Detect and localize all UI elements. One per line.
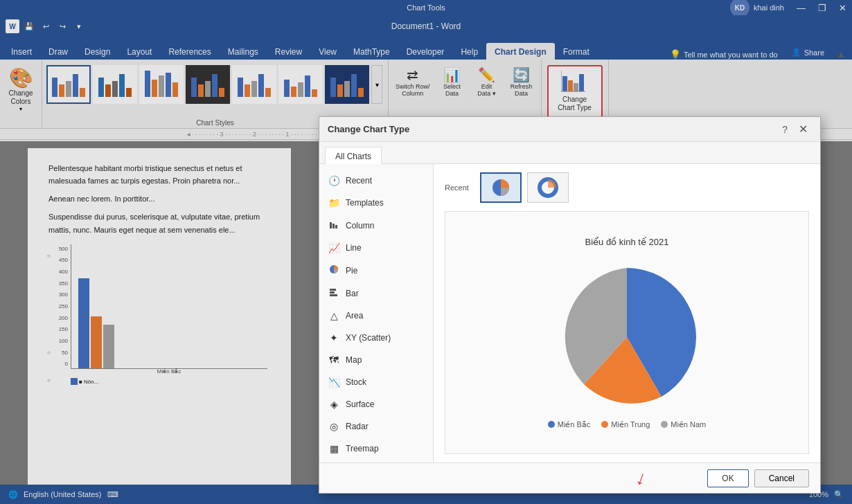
legend-mien-nam: Miền Nam bbox=[661, 420, 706, 429]
surface-icon: ◈ bbox=[328, 399, 340, 410]
sidebar-templates[interactable]: 📁 Templates bbox=[319, 192, 433, 214]
legend-mien-bac: Miền Bắc bbox=[548, 420, 591, 429]
cancel-button[interactable]: Cancel bbox=[754, 469, 809, 487]
svg-rect-42 bbox=[332, 224, 335, 228]
dialog-content-area: Recent Biểu đồ bbox=[434, 164, 820, 462]
recent-chip-2[interactable] bbox=[527, 172, 569, 203]
change-chart-type-dialog: Change Chart Type ? ✕ All Charts 🕐 Recen… bbox=[319, 116, 821, 494]
legend-label-mien-bac: Miền Bắc bbox=[558, 420, 591, 429]
sidebar-stock-label: Stock bbox=[346, 377, 366, 387]
recent-row: Recent bbox=[445, 172, 809, 203]
sidebar-recent[interactable]: 🕐 Recent bbox=[319, 170, 433, 192]
sidebar-column[interactable]: Column bbox=[319, 214, 433, 237]
sidebar-line-label: Line bbox=[346, 243, 362, 253]
sidebar-scatter-label: XY (Scatter) bbox=[346, 333, 391, 343]
column-icon bbox=[328, 219, 340, 231]
preview-chart-title: Biểu đồ kinh tế 2021 bbox=[585, 237, 669, 247]
sidebar-pie[interactable]: Pie bbox=[319, 259, 433, 282]
dialog-tabs: All Charts bbox=[319, 142, 820, 164]
chart-preview-area: Biểu đồ kinh tế 2021 Miền bbox=[445, 211, 809, 454]
legend-label-mien-trung: Miền Trung bbox=[611, 420, 650, 429]
recent-row-label: Recent bbox=[445, 183, 469, 192]
area-icon: △ bbox=[328, 310, 340, 321]
svg-rect-47 bbox=[330, 294, 337, 296]
map-icon: 🗺 bbox=[328, 354, 340, 366]
sidebar-templates-label: Templates bbox=[346, 198, 384, 208]
sidebar-line[interactable]: 📈 Line bbox=[319, 237, 433, 259]
recent-icon: 🕐 bbox=[328, 175, 340, 186]
preview-pie-chart bbox=[551, 261, 703, 413]
sidebar-bar-label: Bar bbox=[346, 289, 359, 298]
sidebar-treemap-label: Treemap bbox=[346, 444, 379, 453]
sidebar-map-label: Map bbox=[346, 355, 362, 365]
dialog-title-bar: Change Chart Type ? ✕ bbox=[319, 117, 820, 142]
sidebar-radar[interactable]: ◎ Radar bbox=[319, 415, 433, 438]
dialog-title-text: Change Chart Type bbox=[328, 124, 409, 134]
legend-dot-mien-trung bbox=[601, 421, 608, 428]
pie-icon bbox=[328, 264, 340, 276]
ok-arrow-indicator: ↓ bbox=[633, 466, 650, 490]
sidebar-area-label: Area bbox=[346, 311, 363, 321]
dialog-close-button[interactable]: ✕ bbox=[795, 121, 812, 137]
legend-dot-mien-bac bbox=[548, 421, 555, 428]
recent-donut-icon bbox=[534, 177, 562, 199]
dialog-body: 🕐 Recent 📁 Templates Column 📈 Line bbox=[319, 164, 820, 462]
sidebar-radar-label: Radar bbox=[346, 422, 369, 431]
sidebar-area[interactable]: △ Area bbox=[319, 305, 433, 327]
legend-mien-trung: Miền Trung bbox=[601, 420, 650, 429]
recent-pie-icon bbox=[487, 177, 515, 199]
arrow-container: ↓ bbox=[330, 467, 702, 489]
ok-button[interactable]: OK bbox=[707, 469, 748, 487]
stock-icon: 📉 bbox=[328, 377, 340, 388]
sidebar-column-label: Column bbox=[346, 221, 374, 231]
pie-preview-container: Biểu đồ kinh tế 2021 Miền bbox=[548, 237, 707, 429]
sidebar-map[interactable]: 🗺 Map bbox=[319, 349, 433, 371]
dialog-help-button[interactable]: ? bbox=[778, 123, 792, 136]
legend-dot-mien-nam bbox=[661, 421, 668, 428]
svg-rect-43 bbox=[335, 225, 337, 228]
sidebar-surface-label: Surface bbox=[346, 399, 374, 409]
radar-icon: ◎ bbox=[328, 421, 340, 432]
bar-icon bbox=[328, 287, 340, 299]
sidebar-recent-label: Recent bbox=[346, 176, 372, 186]
legend-label-mien-nam: Miền Nam bbox=[671, 420, 706, 429]
line-icon: 📈 bbox=[328, 242, 340, 253]
dialog-controls: ? ✕ bbox=[778, 121, 812, 137]
sidebar-scatter[interactable]: ✦ XY (Scatter) bbox=[319, 327, 433, 349]
pie-legend: Miền Bắc Miền Trung Miền Nam bbox=[548, 420, 707, 429]
treemap-icon: ▦ bbox=[328, 443, 340, 454]
sidebar-bar[interactable]: Bar bbox=[319, 282, 433, 305]
sidebar-surface[interactable]: ◈ Surface bbox=[319, 393, 433, 415]
tab-all-charts[interactable]: All Charts bbox=[325, 147, 382, 164]
sidebar-stock[interactable]: 📉 Stock bbox=[319, 371, 433, 393]
sidebar-pie-label: Pie bbox=[346, 266, 357, 276]
svg-rect-46 bbox=[330, 291, 335, 294]
scatter-icon: ✦ bbox=[328, 332, 340, 343]
recent-chip-1[interactable] bbox=[480, 172, 522, 203]
sidebar-treemap[interactable]: ▦ Treemap bbox=[319, 438, 433, 460]
dialog-footer: ↓ OK Cancel bbox=[319, 462, 820, 493]
svg-rect-45 bbox=[330, 289, 336, 291]
dialog-sidebar: 🕐 Recent 📁 Templates Column 📈 Line bbox=[319, 164, 434, 462]
templates-icon: 📁 bbox=[328, 197, 340, 208]
svg-rect-41 bbox=[330, 222, 332, 228]
